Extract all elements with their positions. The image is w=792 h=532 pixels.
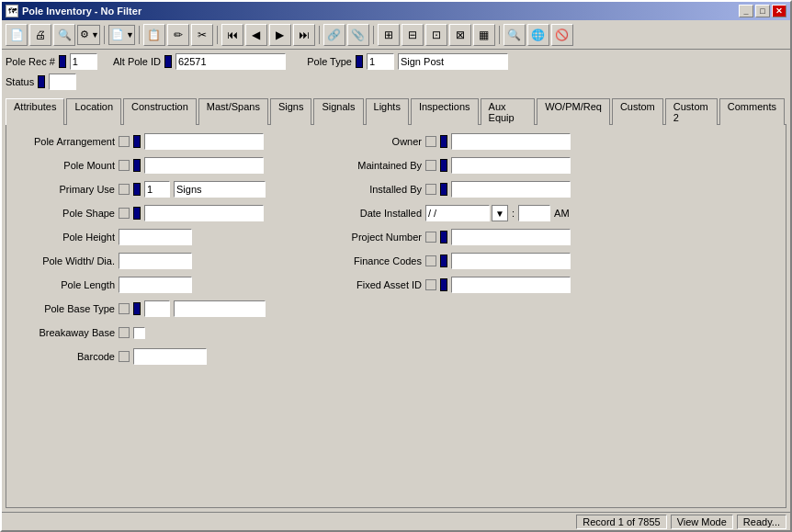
maintained-by-row: Maintained By xyxy=(321,156,571,175)
toolbar-dropdown-1[interactable]: ⚙ ▼ xyxy=(77,25,100,45)
fixed-asset-id-nav xyxy=(440,278,447,291)
pole-width-row: Pole Width/ Dia. xyxy=(14,252,266,270)
pole-shape-row: Pole Shape xyxy=(14,204,266,222)
tab-attributes[interactable]: Attributes xyxy=(6,98,64,125)
grid5-button[interactable]: ▦ xyxy=(473,24,495,46)
close-button[interactable]: ✕ xyxy=(772,5,786,17)
globe-button[interactable]: 🌐 xyxy=(527,24,549,46)
tab-content-attributes: Pole Arrangement Pole Mount Pr xyxy=(6,125,786,508)
primary-use-num-input[interactable] xyxy=(144,181,170,198)
link-button[interactable]: 🔗 xyxy=(323,24,345,46)
alt-pole-id-label: Alt Pole ID xyxy=(113,56,161,67)
pole-base-type-num-input[interactable] xyxy=(144,300,170,317)
pole-width-label: Pole Width/ Dia. xyxy=(14,255,115,266)
tab-signs[interactable]: Signs xyxy=(270,98,312,125)
tab-location[interactable]: Location xyxy=(66,98,121,125)
status-bar: Record 1 of 7855 View Mode Ready... xyxy=(2,512,790,530)
view-mode-status: View Mode xyxy=(671,515,733,529)
grid1-button[interactable]: ⊞ xyxy=(378,24,400,46)
pole-type-label: Pole Type xyxy=(307,56,352,67)
fixed-asset-id-input[interactable] xyxy=(451,277,571,293)
owner-nav xyxy=(440,135,447,148)
pole-rec-indicator xyxy=(59,55,66,68)
last-button[interactable]: ⏭ xyxy=(293,24,315,46)
pole-shape-input[interactable] xyxy=(144,205,264,221)
tab-mast-spans[interactable]: Mast/Spans xyxy=(198,98,268,125)
breakaway-base-indicator xyxy=(119,327,130,338)
next-button[interactable]: ▶ xyxy=(269,24,291,46)
cut-button[interactable]: ✂ xyxy=(191,24,213,46)
grid2-button[interactable]: ⊟ xyxy=(402,24,424,46)
edit-button[interactable]: ✏ xyxy=(167,24,189,46)
maximize-button[interactable]: □ xyxy=(755,5,770,17)
pole-rec-input[interactable] xyxy=(70,53,97,70)
pole-base-type-value-input[interactable] xyxy=(174,300,266,317)
pole-mount-input[interactable] xyxy=(144,157,264,174)
date-installed-input[interactable] xyxy=(425,205,490,221)
record-status: Record 1 of 7855 xyxy=(576,515,666,529)
maintained-by-input[interactable] xyxy=(451,157,571,174)
pole-length-input[interactable] xyxy=(119,277,192,293)
breakaway-base-checkbox[interactable] xyxy=(133,327,145,339)
tab-lights[interactable]: Lights xyxy=(366,98,409,125)
tab-aux-equip[interactable]: Aux Equip xyxy=(481,98,536,125)
owner-input[interactable] xyxy=(451,133,571,150)
project-number-label: Project Number xyxy=(321,232,422,243)
pole-shape-nav xyxy=(133,207,141,220)
time-input[interactable] xyxy=(518,205,550,221)
minimize-button[interactable]: _ xyxy=(739,5,753,17)
toolbar-dropdown-2[interactable]: 📄 ▼ xyxy=(108,25,135,45)
pole-arrangement-input[interactable] xyxy=(144,133,264,150)
tab-custom2[interactable]: Custom 2 xyxy=(665,98,718,125)
alt-pole-id-input[interactable] xyxy=(175,53,286,70)
barcode-row: Barcode xyxy=(14,347,266,366)
ampm-label: AM xyxy=(554,208,570,219)
print-button[interactable]: 🖨 xyxy=(29,24,51,46)
tab-inspections[interactable]: Inspections xyxy=(411,98,479,125)
status-indicator xyxy=(38,75,45,88)
maintained-by-indicator xyxy=(425,160,436,171)
tab-construction[interactable]: Construction xyxy=(123,98,197,125)
grid3-button[interactable]: ⊡ xyxy=(425,24,447,46)
pole-height-label: Pole Height xyxy=(14,232,115,243)
installed-by-indicator xyxy=(425,184,436,195)
pole-height-input[interactable] xyxy=(119,229,192,245)
tab-wo-pm-req[interactable]: WO/PM/Req xyxy=(537,98,610,125)
cancel-button[interactable]: 🚫 xyxy=(551,24,573,46)
primary-use-nav xyxy=(133,183,141,196)
fixed-asset-id-indicator xyxy=(425,279,436,290)
copy-button[interactable]: 📋 xyxy=(143,24,165,46)
pole-mount-nav xyxy=(133,159,141,172)
finance-codes-input[interactable] xyxy=(451,253,571,269)
tab-signals[interactable]: Signals xyxy=(313,98,363,125)
finance-codes-label: Finance Codes xyxy=(321,255,422,266)
grid4-button[interactable]: ⊠ xyxy=(449,24,471,46)
date-dropdown-button[interactable]: ▼ xyxy=(492,205,508,221)
installed-by-input[interactable] xyxy=(451,181,571,198)
map-button[interactable]: 🔍 xyxy=(503,24,526,46)
first-button[interactable]: ⏮ xyxy=(221,24,243,46)
owner-label: Owner xyxy=(321,136,422,147)
pole-type-value-input[interactable] xyxy=(398,53,508,70)
barcode-label: Barcode xyxy=(14,351,115,362)
primary-use-value-input[interactable] xyxy=(174,181,266,198)
tab-comments[interactable]: Comments xyxy=(719,98,785,125)
prev-button[interactable]: ◀ xyxy=(245,24,267,46)
pole-length-row: Pole Length xyxy=(14,276,266,294)
status-input[interactable] xyxy=(49,74,76,90)
search-button[interactable]: 🔍 xyxy=(53,24,75,46)
barcode-input[interactable] xyxy=(133,348,207,365)
pole-arrangement-label: Pole Arrangement xyxy=(14,136,115,147)
tab-custom[interactable]: Custom xyxy=(612,98,663,125)
project-number-row: Project Number xyxy=(321,228,571,246)
pole-mount-row: Pole Mount xyxy=(14,156,266,175)
pole-type-num-input[interactable] xyxy=(367,53,394,70)
project-number-nav xyxy=(440,231,447,243)
attach-button[interactable]: 📎 xyxy=(347,24,369,46)
maintained-by-label: Maintained By xyxy=(321,160,422,171)
new-button[interactable]: 📄 xyxy=(6,24,28,46)
date-installed-label: Date Installed xyxy=(321,208,422,219)
project-number-input[interactable] xyxy=(451,229,571,245)
pole-width-input[interactable] xyxy=(119,253,192,269)
installed-by-row: Installed By xyxy=(321,180,571,198)
